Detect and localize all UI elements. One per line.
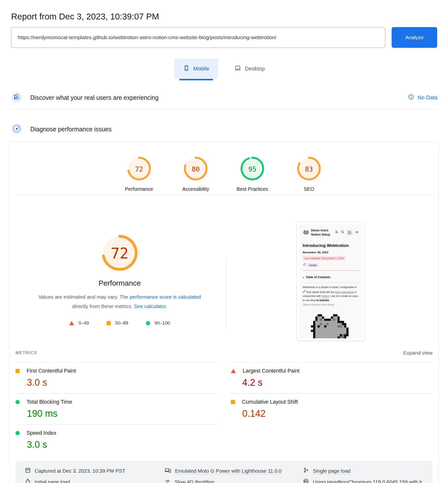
calendar-icon (25, 467, 31, 474)
url-input[interactable] (11, 27, 385, 48)
analyze-button[interactable]: Analyze (392, 27, 437, 48)
captured-at-text: Captured at Dec 3, 2023, 10:39 PM PST (35, 468, 125, 474)
thumb-tag-row: Guide (303, 263, 359, 267)
score-legend: 0–49 50–89 90–100 (69, 320, 170, 326)
thumb-post-date: November 28, 2023 (303, 251, 359, 254)
lab-section-title: Diagnose performance issues (30, 126, 112, 133)
cls-label: Cumulative Layout Shift (242, 399, 298, 405)
score-calc-link[interactable]: performance score is calculated (129, 294, 201, 300)
si-label: Speed Index (27, 430, 56, 436)
legend-item-poor: 0–49 (69, 320, 89, 326)
performance-description: Values are estimated and may vary. The p… (38, 292, 201, 311)
metric-largest-contentful-paint: Largest Contentful Paint 4.2 s (231, 362, 432, 393)
tbt-label: Total Blocking Time (27, 399, 72, 405)
legend-good-range: 90–100 (155, 320, 170, 326)
desktop-laptop-icon (234, 65, 241, 73)
para-highlight: or website. (316, 299, 330, 302)
thumb-last-updated-badge: Last Updated: December 3, 2023 (303, 256, 346, 260)
no-data-status[interactable]: No Data (408, 94, 437, 101)
thumb-site-header: Demo Astro Notion Setup (303, 228, 359, 237)
best-practices-score-value: 95 (240, 156, 265, 182)
fcp-label: First Contentful Paint (27, 368, 76, 374)
single-page-load-text[interactable]: Single page load (313, 468, 351, 474)
thumb-gray-divider (303, 282, 359, 283)
performance-score-value: 72 (127, 156, 151, 182)
url-bar: Analyze (11, 27, 437, 48)
para-text-2: limit starter built with the (306, 290, 335, 293)
diagnose-compass-icon (11, 123, 22, 135)
chrome-icon (303, 478, 309, 483)
tbt-level-icon (16, 400, 20, 404)
notion-link: Notion (322, 294, 329, 297)
section-divider (11, 109, 437, 109)
thumb-site-name: Demo Astro Notion Setup (311, 228, 332, 237)
legend-item-average: 50–89 (107, 320, 128, 326)
lab-report-panel: 72 Performance 80 Accessibility 95 (9, 142, 439, 483)
performance-main-score: 72 (101, 234, 138, 273)
performance-summary-section: 72 Performance Values are estimated and … (13, 195, 435, 341)
thumb-post-title: Introducing Webtrotion (303, 243, 359, 248)
device-tabs: Mobile Desktop (0, 59, 448, 79)
tag-icon (303, 263, 306, 267)
no-data-label: No Data (417, 94, 437, 101)
accessibility-score-value: 80 (183, 156, 208, 182)
rss-icon (335, 230, 338, 235)
desc-text-2: directly from these metrics. (72, 303, 134, 309)
tab-mobile[interactable]: Mobile (174, 59, 218, 79)
tab-desktop-label: Desktop (245, 66, 265, 72)
desc-text-1: Values are estimated and may vary. The (38, 294, 129, 300)
metrics-grid: First Contentful Paint 3.0 s Largest Con… (16, 362, 432, 455)
tab-mobile-label: Mobile (193, 66, 209, 72)
thumb-skip-link: (Skip to features and setup) (303, 303, 359, 307)
real-users-icon (11, 91, 22, 104)
metric-cumulative-layout-shift: Cumulative Layout Shift 0.142 (231, 393, 432, 424)
accessibility-category-label: Accessibility (182, 186, 209, 192)
pixel-cat-image (311, 314, 351, 338)
metric-total-blocking-time: Total Blocking Time 190 ms (16, 393, 217, 424)
site-cat-logo-icon (303, 230, 309, 236)
throttling-item: Slow 4G throttling (165, 478, 303, 483)
emulated-device-item: Emulated Moto G Power with Lighthouse 11… (165, 467, 303, 474)
thumbnail-page: Demo Astro Notion Setup (299, 224, 362, 338)
single-page-load-item: Single page load (303, 467, 423, 474)
see-calculator-link[interactable]: See calculator. (134, 303, 167, 309)
para-sup: th (304, 290, 306, 292)
cookie-icon (347, 229, 353, 236)
final-screenshot-thumbnail[interactable]: Demo Astro Notion Setup (297, 222, 365, 341)
metric-speed-index: Speed Index 3.0 s (16, 424, 217, 455)
screenshot-block: Demo Astro Notion Setup (226, 195, 435, 341)
active-tab-underline (179, 79, 213, 80)
category-gauge-performance[interactable]: 72 Performance (125, 156, 153, 192)
seo-score-gauge: 83 (297, 156, 321, 182)
thumb-paragraph: Webtrotion is a simple to install, confi… (303, 285, 359, 307)
performance-gauge-block: 72 Performance Values are estimated and … (13, 195, 226, 341)
tbt-value: 190 ms (27, 408, 217, 419)
fcp-level-icon (16, 369, 20, 373)
best-practices-category-label: Best Practices (237, 186, 268, 192)
page-load-nodes-icon (303, 467, 309, 474)
category-gauge-accessibility[interactable]: 80 Accessibility (182, 156, 209, 192)
throttling-text[interactable]: Slow 4G throttling (175, 479, 214, 483)
thumb-toc-row: › Table of Contents (303, 276, 359, 279)
chromium-text[interactable]: Using HeadlessChromium 119.0.6045.159 wi… (313, 479, 422, 483)
performance-score-gauge: 72 (127, 156, 151, 182)
poor-triangle-icon (69, 321, 74, 325)
lcp-value: 4.2 s (242, 377, 432, 388)
expand-view-button[interactable]: Expand view (403, 350, 432, 356)
emulated-device-text[interactable]: Emulated Moto G Power with Lighthouse 11… (175, 468, 282, 474)
chevron-right-icon: › (303, 276, 304, 279)
menu-icon (355, 230, 359, 235)
good-circle-icon (146, 321, 150, 325)
legend-average-range: 50–89 (115, 320, 128, 326)
si-value: 3.0 s (27, 439, 217, 450)
category-gauge-best-practices[interactable]: 95 Best Practices (239, 156, 266, 192)
thumb-toc-label: Table of Contents (306, 276, 330, 279)
search-icon (341, 230, 344, 235)
lcp-level-icon (231, 369, 236, 373)
fcp-value: 3.0 s (27, 377, 217, 388)
tab-desktop[interactable]: Desktop (225, 59, 274, 79)
category-gauge-seo[interactable]: 83 SEO (295, 156, 323, 192)
page-title: Report from Dec 3, 2023, 10:39:07 PM (11, 12, 159, 21)
network-throttle-icon (165, 478, 171, 483)
initial-page-load-text: Initial page load (35, 479, 70, 483)
